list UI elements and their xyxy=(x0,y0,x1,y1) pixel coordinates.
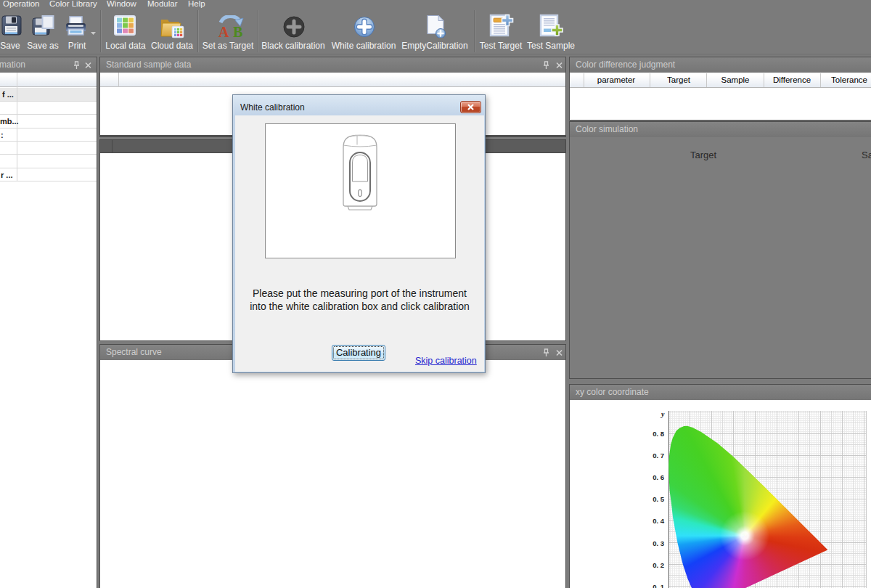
svg-text:B: B xyxy=(233,24,242,40)
svg-text:A: A xyxy=(218,24,229,40)
